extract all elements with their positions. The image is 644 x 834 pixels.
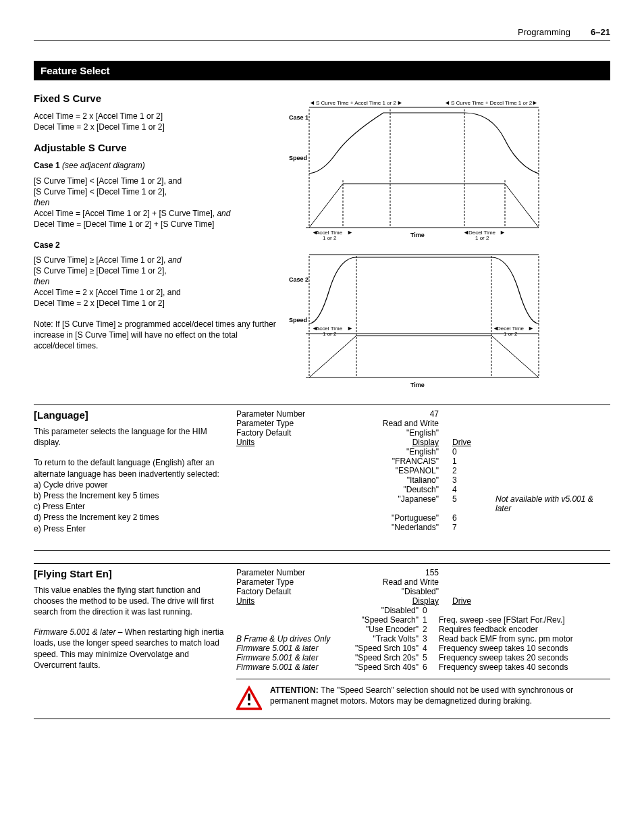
fixed-formulas: Accel Time = 2 x [Accel Time 1 or 2] Dec… [34, 111, 277, 132]
language-option: "English"0 [236, 447, 610, 457]
language-option: "Japanese"5Not available with v5.001 & l… [236, 494, 610, 513]
svg-text:Time: Time [410, 232, 425, 238]
language-option: "Nederlands"7 [236, 523, 610, 532]
language-option: "Italiano"3 [236, 475, 610, 485]
language-title: [Language] [34, 409, 230, 421]
flying-start-block: [Flying Start En] This value enables the… [34, 563, 610, 719]
flying-start-option: "Use Encoder"2Requires feedback encoder [236, 625, 610, 634]
case-1: Case 1 (see adjacent diagram) [S Curve T… [34, 160, 277, 230]
case-1-diagram: ◄ S Curve Time + Accel Time 1 or 2 ► ◄ S… [289, 93, 579, 248]
header-page-num: 6–21 [591, 27, 610, 37]
svg-text:1 or 2: 1 or 2 [323, 331, 337, 337]
page-header: Programming 6–21 [34, 27, 610, 41]
svg-text:S Curve Time + Accel Time 1 or: S Curve Time + Accel Time 1 or 2 [316, 100, 396, 106]
svg-text:1 or 2: 1 or 2 [323, 235, 337, 241]
feature-select-bar: Feature Select [34, 61, 610, 80]
svg-rect-45 [248, 703, 250, 705]
flying-start-option: Firmware 5.001 & later"Speed Srch 10s"4F… [236, 644, 610, 653]
flying-start-option: Firmware 5.001 & later"Speed Srch 40s"6F… [236, 662, 610, 672]
svg-text:►: ► [532, 99, 538, 106]
fixed-s-curve-heading: Fixed S Curve [34, 93, 277, 104]
diagrams: ◄ S Curve Time + Accel Time 1 or 2 ► ◄ S… [289, 93, 610, 392]
case-2: Case 2 [S Curve Time] ≥ [Accel Time 1 or… [34, 240, 277, 309]
flying-start-title: [Flying Start En] [34, 568, 230, 579]
svg-text:Case 1: Case 1 [289, 114, 308, 121]
svg-rect-44 [248, 694, 250, 700]
flying-start-option: B Frame & Up drives Only"Track Volts"3Re… [236, 634, 610, 644]
svg-text:◄: ◄ [444, 99, 450, 106]
header-section: Programming [518, 27, 570, 37]
case-note: Note: If [S Curve Time] ≥ programmed acc… [34, 319, 277, 352]
svg-text:Time: Time [410, 382, 425, 388]
svg-text:S Curve Time + Decel Time 1 or: S Curve Time + Decel Time 1 or 2 [451, 100, 533, 106]
svg-text:►: ► [347, 325, 353, 332]
svg-text:►: ► [528, 325, 534, 332]
svg-text:Speed: Speed [289, 155, 307, 161]
flying-start-option: "Speed Search"1Freq. sweep -see [FStart … [236, 615, 610, 625]
attention-box: ATTENTION: The "Speed Search" selection … [236, 679, 610, 712]
svg-text:Case 2: Case 2 [289, 276, 308, 283]
svg-text:►: ► [500, 229, 506, 236]
svg-text:1 or 2: 1 or 2 [504, 331, 518, 337]
svg-text:Speed: Speed [289, 317, 307, 323]
language-option: "Deutsch"4 [236, 485, 610, 494]
case-2-diagram: Case 2 Speed ◄ Accel Time ► 1 or 2 ◄ Dec… [289, 249, 579, 391]
language-block: [Language] This parameter selects the la… [34, 405, 610, 551]
warning-icon [236, 685, 262, 712]
svg-text:►: ► [397, 99, 403, 106]
svg-text:►: ► [347, 229, 353, 236]
language-option: "FRANCAIS"1 [236, 457, 610, 466]
flying-start-option: "Disabled"0 [236, 606, 610, 615]
svg-text:1 or 2: 1 or 2 [475, 235, 489, 241]
flying-start-option: Firmware 5.001 & later"Speed Srch 20s"5F… [236, 653, 610, 662]
adjustable-s-curve-heading: Adjustable S Curve [34, 142, 277, 153]
language-option: "Portuguese"6 [236, 513, 610, 523]
language-option: "ESPANOL"2 [236, 466, 610, 475]
svg-text:◄: ◄ [309, 99, 315, 106]
